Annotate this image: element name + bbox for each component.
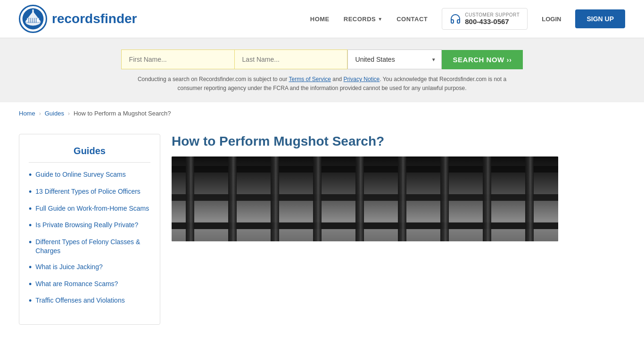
- breadcrumb-home[interactable]: Home: [19, 110, 35, 117]
- main-content: Guides Guide to Online Survey Scams 13 D…: [0, 124, 644, 334]
- headphone-icon: [450, 13, 461, 25]
- privacy-link[interactable]: Privacy Notice: [344, 76, 380, 82]
- list-item: Different Types of Felony Classes & Char…: [29, 238, 150, 256]
- sidebar-divider: [29, 162, 150, 163]
- nav-records-wrapper: RECORDS ▼: [344, 16, 382, 23]
- list-item: What are Romance Scams?: [29, 280, 150, 290]
- svg-rect-10: [26, 22, 40, 23]
- list-item: Is Private Browsing Really Private?: [29, 221, 150, 231]
- sidebar-link-1[interactable]: Guide to Online Survey Scams: [35, 170, 125, 180]
- logo-text: recordsfinder: [52, 11, 137, 26]
- list-item: Guide to Online Survey Scams: [29, 170, 150, 181]
- article: How to Perform Mugshot Search?: [172, 134, 625, 324]
- site-header: recordsfinder HOME RECORDS ▼ CONTACT CUS…: [0, 0, 644, 38]
- support-area: CUSTOMER SUPPORT 800-433-0567: [442, 8, 528, 30]
- article-title: How to Perform Mugshot Search?: [172, 134, 625, 149]
- search-form: United States SEARCH NOW ››: [0, 49, 644, 69]
- breadcrumb-sep-1: ›: [39, 110, 41, 117]
- sidebar-link-7[interactable]: What are Romance Scams?: [35, 280, 118, 289]
- logo-icon: [19, 5, 47, 33]
- search-button[interactable]: SEARCH NOW ››: [442, 50, 523, 69]
- support-text: CUSTOMER SUPPORT 800-433-0567: [465, 12, 520, 25]
- sidebar-link-3[interactable]: Full Guide on Work-from-Home Scams: [35, 204, 149, 214]
- breadcrumb-sep-2: ›: [68, 110, 70, 117]
- sidebar-link-5[interactable]: Different Types of Felony Classes & Char…: [35, 238, 150, 256]
- sidebar-list: Guide to Online Survey Scams 13 Differen…: [29, 170, 150, 306]
- list-item: Full Guide on Work-from-Home Scams: [29, 204, 150, 214]
- breadcrumb: Home › Guides › How to Perform a Mugshot…: [0, 102, 644, 124]
- sidebar-link-2[interactable]: 13 Different Types of Police Officers: [35, 187, 140, 197]
- records-dropdown-icon: ▼: [378, 16, 382, 22]
- sidebar: Guides Guide to Online Survey Scams 13 D…: [19, 134, 160, 324]
- support-label: CUSTOMER SUPPORT: [465, 12, 520, 17]
- first-name-input[interactable]: [121, 49, 234, 69]
- article-image: [172, 156, 558, 241]
- nav-contact[interactable]: CONTACT: [396, 16, 428, 23]
- jail-bars-svg: [172, 156, 558, 241]
- sidebar-link-8[interactable]: Traffic Offenses and Violations: [35, 296, 124, 305]
- signup-button[interactable]: SIGN UP: [575, 9, 625, 28]
- sidebar-link-6[interactable]: What is Juice Jacking?: [35, 263, 102, 272]
- search-section: United States SEARCH NOW ›› Conducting a…: [0, 38, 644, 102]
- nav-home[interactable]: HOME: [310, 16, 330, 23]
- main-nav: HOME RECORDS ▼ CONTACT CUSTOMER SUPPORT …: [310, 8, 625, 30]
- svg-rect-24: [172, 156, 558, 241]
- country-select-wrapper: United States: [347, 49, 442, 69]
- svg-rect-4: [32, 9, 33, 12]
- list-item: Traffic Offenses and Violations: [29, 296, 150, 306]
- support-number: 800-433-0567: [465, 17, 520, 25]
- breadcrumb-current: How to Perform a Mugshot Search?: [74, 110, 171, 117]
- tos-link[interactable]: Terms of Service: [289, 76, 331, 82]
- sidebar-link-4[interactable]: Is Private Browsing Really Private?: [35, 221, 138, 230]
- list-item: 13 Different Types of Police Officers: [29, 187, 150, 197]
- sidebar-title: Guides: [29, 146, 150, 156]
- country-select[interactable]: United States: [347, 49, 442, 69]
- list-item: What is Juice Jacking?: [29, 263, 150, 273]
- search-notice: Conducting a search on Recordsfinder.com…: [129, 75, 515, 93]
- nav-records[interactable]: RECORDS: [344, 16, 376, 23]
- login-button[interactable]: LOGIN: [542, 16, 561, 23]
- last-name-input[interactable]: [234, 49, 347, 69]
- breadcrumb-guides[interactable]: Guides: [45, 110, 64, 117]
- logo-area: recordsfinder: [19, 5, 137, 33]
